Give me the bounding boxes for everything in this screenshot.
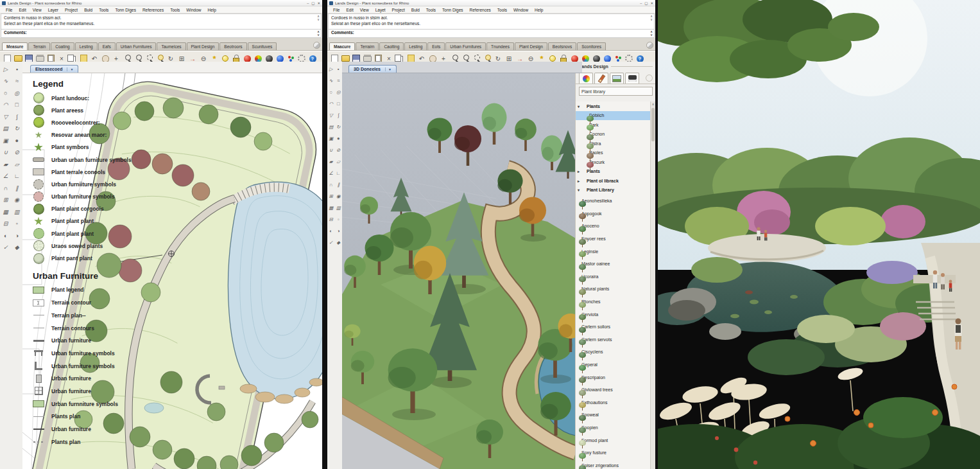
ribbon-tab[interactable]: Coating (51, 42, 74, 50)
box-tool-icon[interactable]: ▣ (0, 135, 12, 146)
polygon-tool-icon[interactable]: ▽ (327, 110, 335, 121)
extrude-tool-icon[interactable]: ▰ (327, 156, 335, 167)
ribbon-tab[interactable]: Lesting (404, 42, 427, 50)
menu-item[interactable]: Window (510, 8, 531, 12)
sphere-tool-icon[interactable]: ● (335, 133, 343, 144)
menu-item[interactable]: Edit (343, 8, 356, 12)
viewport-tab[interactable]: 3D Doneeles ▼ (348, 65, 397, 73)
tree-item[interactable]: Carlern servots (576, 333, 655, 346)
tree-item[interactable]: ▾ Plants (576, 102, 655, 111)
menu-item[interactable]: Layer (45, 8, 62, 12)
ribbon-tab[interactable]: Eots (427, 42, 445, 50)
split-tool-icon[interactable]: ◑ (335, 226, 343, 236)
menu-item[interactable]: Tools (167, 8, 183, 12)
circle-tool-icon[interactable]: ○ (0, 87, 12, 99)
menu-item[interactable]: View (30, 8, 45, 12)
difference-tool-icon[interactable]: ⊘ (335, 145, 343, 155)
annotate-tool-icon[interactable]: ▫ (12, 218, 23, 230)
menu-item[interactable]: View (357, 8, 372, 12)
tree-item[interactable]: Dóbiich (576, 111, 655, 121)
arc-tool-icon[interactable]: ◠ (0, 100, 12, 111)
middle-command-history[interactable]: Cordioes in nusso in stsim aol. Sekrat a… (328, 13, 655, 30)
tree-item[interactable]: Sooweal (576, 409, 655, 421)
tree-item[interactable]: Rtonches (576, 296, 655, 308)
ellipse-tool-icon[interactable]: ◎ (12, 87, 23, 99)
slab-tool-icon[interactable]: ▱ (12, 159, 23, 170)
revolve-tool-icon[interactable]: ↻ (335, 121, 343, 132)
curve-icon[interactable]: ∿ (0, 76, 12, 87)
intersect-tool-icon[interactable]: ∩ (0, 182, 12, 194)
tree-item[interactable]: Soopien (576, 421, 655, 434)
menu-item[interactable]: Help (204, 8, 219, 12)
menu-item[interactable]: Project (62, 8, 81, 12)
sphere-tool-icon[interactable]: ● (12, 135, 23, 146)
chevron-down-icon[interactable]: ▼ (67, 67, 73, 71)
display-tab-icon[interactable] (625, 73, 639, 84)
revolve-tool-icon[interactable]: ↻ (12, 123, 23, 135)
menu-item[interactable]: Project (389, 8, 408, 12)
edit-tab-icon[interactable] (594, 73, 608, 84)
image-tab-icon[interactable] (610, 73, 624, 84)
tree-item[interactable]: Natural piants (576, 283, 655, 296)
tree-scrollbar[interactable]: ∧ (650, 102, 655, 469)
scrollbar-thumb[interactable] (651, 108, 655, 141)
menu-item[interactable]: Help (531, 8, 546, 12)
tree-item[interactable]: Soxy fusture (576, 447, 655, 459)
ribbon-tab[interactable]: Maacure (329, 42, 355, 50)
tree-item[interactable]: Aeonohesilieka (576, 195, 655, 208)
menu-item[interactable]: References (467, 8, 494, 12)
menu-item[interactable]: Window (183, 8, 204, 12)
menu-item[interactable]: Buld (408, 8, 423, 12)
paint-tool-icon[interactable]: ◆ (12, 242, 23, 254)
trim-tool-icon[interactable]: ◐ (327, 226, 335, 236)
hatch-tool-icon[interactable]: ▥ (335, 202, 343, 213)
ribbon-tab[interactable]: Caolting (379, 42, 404, 50)
plant-library-header[interactable]: Plant library (579, 87, 653, 96)
ribbon-tab[interactable]: Sconitores (577, 42, 606, 50)
gear-icon[interactable] (646, 75, 653, 82)
minimize-button[interactable]: – (640, 1, 642, 5)
tree-item[interactable]: Givloward trees (576, 384, 655, 396)
menu-item[interactable]: Layet (372, 8, 389, 12)
dimension-tool-icon[interactable]: ⊟ (0, 218, 12, 230)
offset-tool-icon[interactable]: ∥ (335, 179, 343, 190)
chevron-down-icon[interactable]: ▼ (385, 67, 391, 71)
tree-expander-icon[interactable]: ▸ (578, 169, 581, 173)
tree-item[interactable]: Formod plant (576, 434, 655, 447)
tree-item[interactable]: Ucoraira (576, 270, 655, 283)
polar-array-tool-icon[interactable]: ◉ (12, 195, 23, 206)
3d-viewport-canvas[interactable] (342, 73, 576, 469)
block-tool-icon[interactable]: ▦ (327, 202, 335, 213)
ribbon-tab[interactable]: Beotsnovs (548, 42, 576, 50)
maximize-button[interactable]: ▢ (644, 1, 648, 5)
scroll-up-icon[interactable]: ∧ (651, 102, 655, 107)
plan-viewport-canvas[interactable]: Legend Plant lundouc: Plant areess Rooov… (22, 73, 322, 469)
ribbon-tab[interactable]: Beotroors (219, 42, 246, 50)
fillet-tool-icon[interactable]: ∠ (0, 171, 12, 182)
ribbon-tab[interactable]: Eafs (98, 42, 116, 50)
helix-tool-icon[interactable]: ∫ (335, 110, 343, 121)
rectangle-tool-icon[interactable]: □ (12, 100, 23, 111)
menu-item[interactable]: Tools (96, 8, 112, 12)
intersect-tool-icon[interactable]: ∩ (327, 179, 335, 190)
tree-item[interactable]: ▾ Plant Library (576, 186, 655, 195)
hatch-tool-icon[interactable]: ▥ (12, 206, 23, 218)
point-icon[interactable]: ▪ (12, 64, 23, 75)
tree-item[interactable]: Appogook (576, 208, 655, 220)
tree-item[interactable]: Apoceno (576, 220, 655, 233)
ribbon-tab[interactable]: Terrain (28, 42, 50, 50)
array-tool-icon[interactable]: ⊞ (0, 195, 12, 206)
tree-item[interactable]: Mastor oainee (576, 258, 655, 270)
paint-tool-icon[interactable]: ◆ (335, 237, 343, 248)
curve-icon[interactable]: ∿ (327, 75, 335, 86)
left-command-history[interactable]: Contiens in nusso in stssm act. Select a… (1, 13, 322, 30)
tab-options-icon[interactable] (313, 42, 320, 49)
tree-item[interactable]: ▸ Plant ol librack (576, 176, 655, 186)
surface-tool-icon[interactable]: ▤ (0, 123, 12, 135)
select-arrow-icon[interactable]: ▷ (327, 64, 335, 75)
scroll-down-icon[interactable]: ∨ (650, 18, 653, 21)
ribbon-tab[interactable]: Plant Design (515, 42, 547, 50)
chamfer-tool-icon[interactable]: ∟ (335, 168, 343, 179)
ribbon-tab[interactable]: Terrairn (356, 42, 379, 50)
tree-item[interactable]: Ciscyclens (576, 346, 655, 358)
